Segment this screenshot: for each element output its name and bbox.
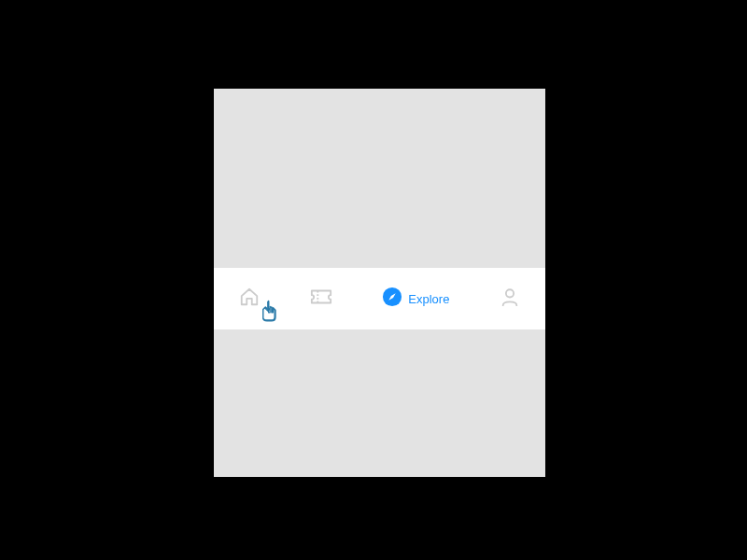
app-frame: Explore [214, 89, 545, 477]
tab-tickets[interactable] [310, 287, 332, 311]
home-icon [239, 287, 260, 311]
ticket-icon [310, 287, 332, 311]
tab-home[interactable] [239, 287, 260, 311]
tab-explore-label: Explore [408, 292, 449, 306]
compass-icon [382, 287, 402, 311]
tab-profile[interactable] [500, 287, 520, 311]
user-icon [500, 287, 520, 311]
bottom-tab-bar: Explore [214, 268, 545, 329]
svg-point-2 [506, 289, 514, 297]
tab-explore[interactable]: Explore [382, 287, 449, 311]
